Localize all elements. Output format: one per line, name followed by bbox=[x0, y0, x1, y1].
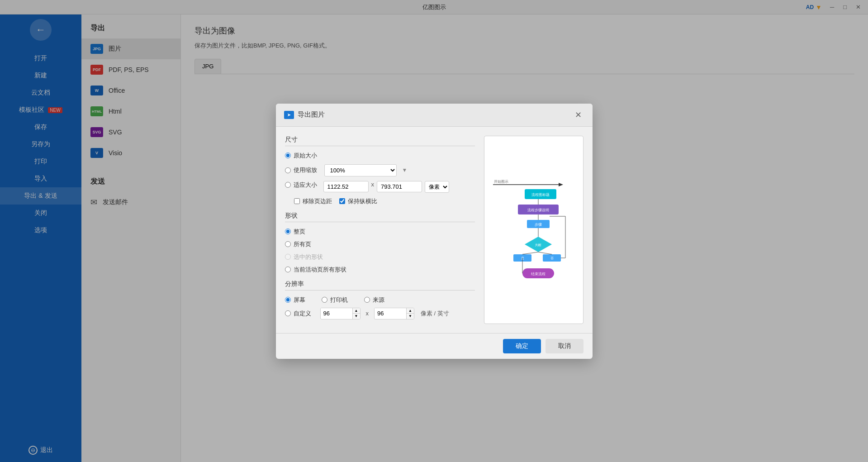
dpi-y-arrows: ▲ ▼ bbox=[406, 308, 414, 319]
fit-size-radio[interactable] bbox=[285, 182, 291, 188]
whole-page-label: 整页 bbox=[294, 228, 305, 236]
selected-shapes-option[interactable]: 选中的形状 bbox=[285, 253, 323, 261]
dpi-y-up-arrow[interactable]: ▲ bbox=[407, 308, 414, 314]
original-size-option[interactable]: 原始大小 bbox=[285, 152, 317, 160]
all-pages-label: 所有页 bbox=[294, 240, 311, 248]
custom-dpi-option[interactable]: 自定义 bbox=[285, 310, 311, 318]
dpi-x-up-arrow[interactable]: ▲ bbox=[353, 308, 360, 314]
svg-text:流程步骤说明: 流程步骤说明 bbox=[527, 208, 549, 212]
fit-size-row: 适应大小 x 像素 英寸 厘米 bbox=[285, 181, 475, 193]
custom-dpi-radio[interactable] bbox=[285, 310, 291, 316]
fit-size-label: 适应大小 bbox=[294, 181, 317, 189]
remove-margin-checkbox[interactable] bbox=[294, 198, 300, 204]
keep-ratio-label: 保持纵横比 bbox=[348, 197, 377, 205]
current-active-label: 当前活动页所有形状 bbox=[294, 266, 346, 274]
use-zoom-radio[interactable] bbox=[285, 167, 291, 173]
svg-text:判断: 判断 bbox=[535, 243, 541, 247]
size-section-label: 尺寸 bbox=[285, 136, 475, 146]
zoom-select[interactable]: 100% 50% 75% 150% 200% bbox=[324, 164, 397, 176]
svg-text:否: 否 bbox=[550, 257, 553, 260]
dpi-y-down-arrow[interactable]: ▼ bbox=[407, 314, 414, 319]
current-active-row: 当前活动页所有形状 bbox=[285, 266, 475, 274]
resolution-options-row: 屏幕 打印机 来源 bbox=[285, 296, 475, 304]
preview-diagram: 开始图示 流程图标题 流程步骤说明 步骤 判断 bbox=[484, 136, 583, 324]
dpi-x-separator: x bbox=[366, 310, 369, 317]
svg-text:开始图示: 开始图示 bbox=[494, 180, 508, 184]
custom-dpi-row: 自定义 ▲ ▼ x ▲ ▼ bbox=[285, 308, 475, 319]
svg-marker-1 bbox=[559, 183, 563, 186]
svg-line-18 bbox=[538, 252, 552, 254]
resolution-section-label: 分辨率 bbox=[285, 280, 475, 291]
whole-page-row: 整页 bbox=[285, 228, 475, 236]
dpi-x-down-arrow[interactable]: ▼ bbox=[353, 314, 360, 319]
original-size-label: 原始大小 bbox=[294, 152, 317, 160]
svg-text:步骤: 步骤 bbox=[535, 223, 542, 227]
zoom-dropdown-icon: ▼ bbox=[402, 167, 408, 173]
svg-line-17 bbox=[522, 252, 538, 254]
screen-option[interactable]: 屏幕 bbox=[285, 296, 305, 304]
dpi-unit-label: 像素 / 英寸 bbox=[421, 310, 449, 318]
modal-title-icon: ➤ bbox=[284, 111, 294, 119]
dpi-x-spinner[interactable]: ▲ ▼ bbox=[320, 308, 360, 319]
current-active-option[interactable]: 当前活动页所有形状 bbox=[285, 266, 346, 274]
svg-text:结束流程: 结束流程 bbox=[531, 272, 545, 276]
custom-dpi-label: 自定义 bbox=[294, 310, 311, 318]
original-size-radio[interactable] bbox=[285, 152, 291, 158]
size-x-separator: x bbox=[371, 181, 375, 188]
modal-overlay: ➤ 导出图片 ✕ 尺寸 原始大小 使 bbox=[0, 0, 868, 462]
original-size-row: 原始大小 bbox=[285, 152, 475, 160]
printer-option[interactable]: 打印机 bbox=[322, 296, 348, 304]
keep-ratio-option[interactable]: 保持纵横比 bbox=[339, 197, 377, 205]
all-pages-row: 所有页 bbox=[285, 240, 475, 248]
printer-label: 打印机 bbox=[330, 296, 348, 304]
width-input[interactable] bbox=[323, 181, 369, 192]
modal-body: 尺寸 原始大小 使用缩放 100% 50% 75% bbox=[276, 127, 593, 333]
remove-margin-label: 移除页边距 bbox=[303, 197, 332, 205]
use-zoom-option[interactable]: 使用缩放 bbox=[285, 166, 317, 174]
unit-select[interactable]: 像素 英寸 厘米 bbox=[425, 181, 449, 193]
svg-text:流程图标题: 流程图标题 bbox=[531, 193, 550, 197]
use-zoom-row: 使用缩放 100% 50% 75% 150% 200% ▼ bbox=[285, 164, 475, 176]
use-zoom-label: 使用缩放 bbox=[294, 166, 317, 174]
height-input[interactable] bbox=[377, 181, 422, 192]
selected-shapes-radio[interactable] bbox=[285, 254, 291, 260]
dpi-x-input[interactable] bbox=[321, 308, 352, 319]
remove-margin-option[interactable]: 移除页边距 bbox=[294, 197, 332, 205]
source-radio[interactable] bbox=[364, 297, 370, 303]
export-image-modal: ➤ 导出图片 ✕ 尺寸 原始大小 使 bbox=[276, 104, 593, 359]
dpi-y-spinner[interactable]: ▲ ▼ bbox=[374, 308, 414, 319]
modal-title: 导出图片 bbox=[298, 110, 325, 119]
keep-ratio-checkbox[interactable] bbox=[339, 198, 345, 204]
modal-close-button[interactable]: ✕ bbox=[572, 109, 584, 121]
whole-page-radio[interactable] bbox=[285, 229, 291, 234]
dpi-x-arrows: ▲ ▼ bbox=[352, 308, 360, 319]
modal-header: ➤ 导出图片 ✕ bbox=[276, 104, 593, 127]
modal-left-panel: 尺寸 原始大小 使用缩放 100% 50% 75% bbox=[285, 136, 475, 324]
shape-section-label: 形状 bbox=[285, 212, 475, 222]
flowchart-preview-svg: 开始图示 流程图标题 流程步骤说明 步骤 判断 bbox=[489, 157, 579, 302]
printer-radio[interactable] bbox=[322, 297, 327, 303]
margin-ratio-row: 移除页边距 保持纵横比 bbox=[294, 197, 475, 205]
screen-radio[interactable] bbox=[285, 297, 291, 303]
source-option[interactable]: 来源 bbox=[364, 296, 384, 304]
all-pages-option[interactable]: 所有页 bbox=[285, 240, 311, 248]
selected-shapes-label: 选中的形状 bbox=[294, 253, 323, 261]
cancel-button[interactable]: 取消 bbox=[545, 339, 583, 353]
preview-panel: 开始图示 流程图标题 流程步骤说明 步骤 判断 bbox=[484, 136, 583, 324]
source-label: 来源 bbox=[373, 296, 384, 304]
confirm-button[interactable]: 确定 bbox=[503, 339, 541, 353]
selected-shapes-row: 选中的形状 bbox=[285, 253, 475, 261]
dpi-y-input[interactable] bbox=[375, 308, 406, 319]
modal-title-row: ➤ 导出图片 bbox=[284, 110, 325, 119]
all-pages-radio[interactable] bbox=[285, 241, 291, 247]
fit-size-option[interactable]: 适应大小 bbox=[285, 181, 317, 189]
current-active-radio[interactable] bbox=[285, 267, 291, 272]
whole-page-option[interactable]: 整页 bbox=[285, 228, 305, 236]
modal-footer: 确定 取消 bbox=[276, 333, 593, 359]
screen-label: 屏幕 bbox=[294, 296, 305, 304]
